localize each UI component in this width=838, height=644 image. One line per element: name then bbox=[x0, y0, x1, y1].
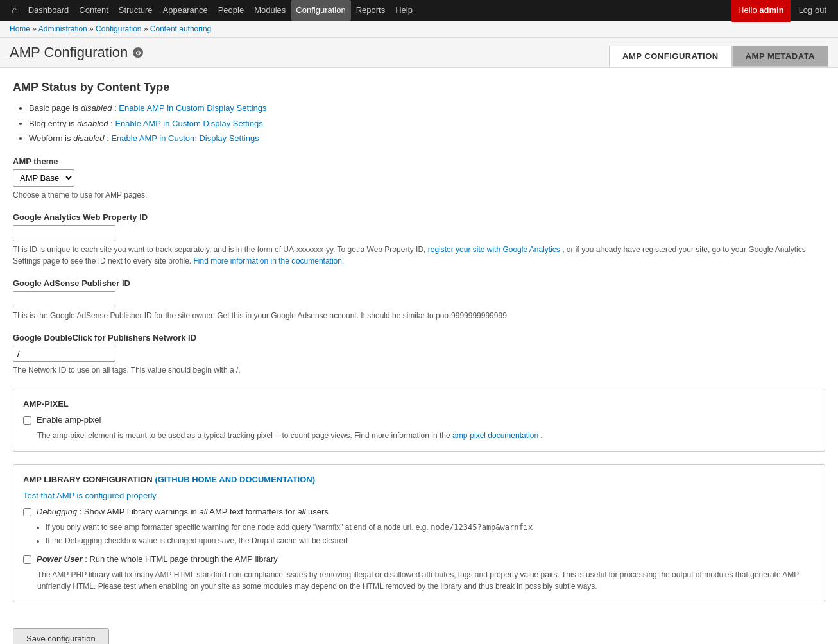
status-item-webform: Webform is disabled : Enable AMP in Cust… bbox=[29, 132, 825, 145]
enable-amp-webform-link[interactable]: Enable AMP in Custom Display Settings bbox=[111, 133, 259, 143]
nav-item-dashboard[interactable]: Dashboard bbox=[23, 0, 74, 21]
breadcrumb-sep: » bbox=[32, 24, 38, 33]
breadcrumb: Home » Administration » Configuration » … bbox=[0, 21, 838, 38]
amp-theme-description: Choose a theme to use for AMP pages. bbox=[13, 189, 825, 201]
breadcrumb-config[interactable]: Configuration bbox=[96, 24, 141, 33]
enable-amp-basic-page-link[interactable]: Enable AMP in Custom Display Settings bbox=[119, 103, 266, 113]
adsense-id-description: This is the Google AdSense Publisher ID … bbox=[13, 310, 825, 321]
top-navigation: ⌂ Dashboard Content Structure Appearance… bbox=[0, 0, 838, 21]
nav-item-structure[interactable]: Structure bbox=[114, 0, 158, 21]
nav-item-people[interactable]: People bbox=[213, 0, 249, 21]
nav-item-content[interactable]: Content bbox=[74, 0, 114, 21]
amp-lib-section: AMP LIBRARY CONFIGURATION (GITHUB HOME A… bbox=[13, 464, 825, 602]
amp-theme-label: AMP theme bbox=[13, 157, 825, 166]
amp-lib-title: AMP LIBRARY CONFIGURATION bbox=[23, 475, 153, 484]
amp-theme-select[interactable]: AMP Base bbox=[13, 169, 74, 187]
status-item-basic-page: Basic page is disabled : Enable AMP in C… bbox=[29, 102, 825, 115]
amp-pixel-checkbox-row: Enable amp-pixel bbox=[23, 415, 815, 425]
debugging-bullets: If you only want to see amp formatter sp… bbox=[23, 521, 815, 547]
disabled-badge: disabled bbox=[81, 103, 112, 113]
amp-lib-link[interactable]: (GITHUB HOME AND DOCUMENTATION) bbox=[155, 475, 315, 484]
breadcrumb-sep2: » bbox=[89, 24, 96, 33]
debugging-label[interactable]: Debugging : Show AMP Library warnings in… bbox=[37, 507, 329, 516]
power-user-checkbox-row: Power User : Run the whole HTML page thr… bbox=[23, 554, 815, 564]
status-section-title: AMP Status by Content Type bbox=[13, 81, 825, 94]
amp-pixel-checkbox[interactable] bbox=[23, 416, 31, 425]
breadcrumb-content-authoring[interactable]: Content authoring bbox=[150, 24, 211, 33]
status-list: Basic page is disabled : Enable AMP in C… bbox=[13, 102, 825, 145]
ga-id-description: This ID is unique to each site you want … bbox=[13, 244, 825, 267]
page-title: AMP Configuration ⚙ bbox=[10, 44, 143, 67]
ga-doc-link[interactable]: Find more information in the documentati… bbox=[194, 257, 345, 266]
adsense-id-input[interactable] bbox=[13, 291, 115, 307]
nav-item-configuration[interactable]: Configuration bbox=[291, 0, 350, 21]
amp-pixel-doc-link[interactable]: amp-pixel documentation bbox=[452, 431, 538, 440]
home-icon[interactable]: ⌂ bbox=[6, 0, 23, 21]
nav-item-modules[interactable]: Modules bbox=[249, 0, 291, 21]
nav-item-help[interactable]: Help bbox=[390, 0, 418, 21]
user-greeting[interactable]: Hello admin bbox=[731, 0, 791, 22]
amp-pixel-section: AMP-PIXEL Enable amp-pixel The amp-pixel… bbox=[13, 389, 825, 452]
dfp-id-label: Google DoubleClick for Publishers Networ… bbox=[13, 333, 825, 343]
breadcrumb-home[interactable]: Home bbox=[10, 24, 30, 33]
gear-icon: ⚙ bbox=[133, 47, 143, 58]
ga-register-link[interactable]: register your site with Google Analytics bbox=[428, 245, 560, 254]
breadcrumb-sep3: » bbox=[144, 24, 150, 33]
nav-item-appearance[interactable]: Appearance bbox=[158, 0, 213, 21]
power-user-label[interactable]: Power User : Run the whole HTML page thr… bbox=[37, 554, 278, 564]
ga-id-input[interactable] bbox=[13, 225, 115, 241]
amp-pixel-header: AMP-PIXEL bbox=[23, 399, 815, 409]
save-configuration-button[interactable]: Save configuration bbox=[13, 628, 109, 645]
debugging-checkbox-row: Debugging : Show AMP Library warnings in… bbox=[23, 507, 815, 516]
dfp-id-description: The Network ID to use on all tags. This … bbox=[13, 364, 825, 376]
tab-amp-configuration[interactable]: AMP CONFIGURATION bbox=[609, 46, 732, 67]
tab-buttons: AMP CONFIGURATION AMP METADATA bbox=[609, 46, 828, 67]
ga-id-label: Google Analytics Web Property ID bbox=[13, 212, 825, 222]
amp-pixel-description: The amp-pixel element is meant to be use… bbox=[37, 430, 815, 441]
dfp-id-input[interactable] bbox=[13, 346, 115, 362]
enable-amp-blog-link[interactable]: Enable AMP in Custom Display Settings bbox=[115, 119, 262, 128]
tab-amp-metadata[interactable]: AMP METADATA bbox=[732, 46, 828, 67]
page-header: AMP Configuration ⚙ AMP CONFIGURATION AM… bbox=[0, 38, 838, 68]
debugging-bullet-1: If you only want to see amp formatter sp… bbox=[46, 521, 815, 533]
adsense-id-label: Google AdSense Publisher ID bbox=[13, 278, 825, 288]
breadcrumb-admin[interactable]: Administration bbox=[38, 24, 87, 33]
amp-lib-header-row: AMP LIBRARY CONFIGURATION (GITHUB HOME A… bbox=[23, 475, 815, 484]
disabled-badge: disabled bbox=[77, 119, 108, 128]
status-item-blog-entry: Blog entry is disabled : Enable AMP in C… bbox=[29, 117, 825, 130]
amp-test-link[interactable]: Test that AMP is configured properly bbox=[23, 491, 157, 500]
nav-item-reports[interactable]: Reports bbox=[351, 0, 391, 21]
debugging-bullet-2: If the Debugging checkbox value is chang… bbox=[46, 535, 815, 547]
amp-pixel-label[interactable]: Enable amp-pixel bbox=[37, 415, 101, 425]
logout-link[interactable]: Log out bbox=[794, 0, 832, 21]
main-content: AMP Status by Content Type Basic page is… bbox=[0, 68, 838, 644]
disabled-badge: disabled bbox=[73, 133, 104, 143]
debugging-checkbox[interactable] bbox=[23, 508, 31, 516]
power-user-description: The AMP PHP library will fix many AMP HT… bbox=[37, 569, 815, 592]
power-user-checkbox[interactable] bbox=[23, 555, 31, 564]
